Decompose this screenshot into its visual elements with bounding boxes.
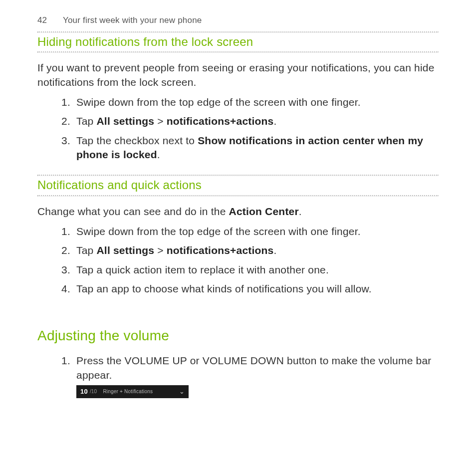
section-title-quick-actions: Notifications and quick actions xyxy=(37,177,439,193)
section-title-hiding: Hiding notifications from the lock scree… xyxy=(37,34,439,50)
step: Tap an app to choose what kinds of notif… xyxy=(73,282,439,296)
step: Tap All settings > notifications+actions… xyxy=(73,243,439,257)
section1-intro: If you want to prevent people from seein… xyxy=(37,61,439,89)
section2-intro: Change what you can see and do in the Ac… xyxy=(37,205,439,219)
volume-label: Ringer + Notifications xyxy=(103,388,175,395)
chevron-down-icon: ⌄ xyxy=(179,387,185,396)
section1-steps: Swipe down from the top edge of the scre… xyxy=(37,95,439,162)
volume-bar-illustration: 10 /10 Ringer + Notifications ⌄ xyxy=(76,385,189,398)
step: Press the VOLUME UP or VOLUME DOWN butto… xyxy=(73,354,439,398)
page-header: 42 Your first week with your new phone xyxy=(37,15,439,26)
step: Swipe down from the top edge of the scre… xyxy=(73,225,439,238)
step: Swipe down from the top edge of the scre… xyxy=(73,95,439,109)
divider xyxy=(37,51,439,53)
divider xyxy=(37,175,439,176)
page-number: 42 xyxy=(37,15,47,26)
volume-max: /10 xyxy=(90,388,97,395)
section-title-adjusting-volume: Adjusting the volume xyxy=(37,326,439,345)
section3-steps: Press the VOLUME UP or VOLUME DOWN butto… xyxy=(37,354,439,398)
section-path: Your first week with your new phone xyxy=(63,15,202,26)
divider xyxy=(37,195,439,197)
step: Tap the checkbox next to Show notificati… xyxy=(73,134,439,162)
divider xyxy=(37,31,439,33)
volume-level: 10 xyxy=(80,387,88,396)
step: Tap All settings > notifications+actions… xyxy=(73,114,439,128)
step: Tap a quick action item to replace it wi… xyxy=(73,263,439,277)
section2-steps: Swipe down from the top edge of the scre… xyxy=(37,225,439,296)
